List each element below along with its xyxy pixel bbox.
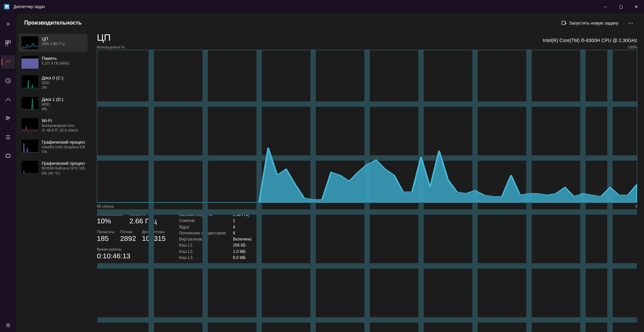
titlebar: 📊 Диспетчер задач ─ ▢ ✕ — [0, 0, 644, 13]
resource-sub1: Беспроводная сеть — [42, 123, 78, 128]
resource-sub2: О: 40.0 П: 32.0 кбит/с — [42, 128, 78, 133]
nav-services[interactable] — [1, 149, 15, 163]
resource-item-2[interactable]: Диск 0 (C:)SSD2% — [19, 73, 87, 93]
resource-item-4[interactable]: Wi-FiБеспроводная сетьО: 40.0 П: 32.0 кб… — [19, 115, 87, 136]
maximize-button[interactable]: ▢ — [613, 0, 629, 13]
svg-rect-0 — [6, 41, 8, 43]
content-header: Производительность Запустить новую задач… — [16, 13, 644, 32]
resource-item-6[interactable]: Графический процессор 1NVIDIA GeForce GT… — [19, 158, 87, 178]
max-axis-label: 100% — [628, 45, 637, 49]
svg-rect-2 — [6, 43, 8, 46]
cpu-model: Intel(R) Core(TM) i5-8300H CPU @ 2.30GHz — [543, 38, 637, 43]
nav-rail: ≡ — [0, 13, 16, 332]
resource-sub2: 4% — [42, 107, 63, 111]
resource-sub2: 0% (42 °C) — [42, 171, 85, 176]
resource-sub1: Intel(R) UHD Graphics 630 — [42, 145, 85, 149]
resource-title: Wi-Fi — [42, 118, 78, 123]
resource-sub1: HDD — [42, 102, 63, 107]
resource-title: Диск 0 (C:) — [42, 75, 63, 80]
resource-sub1: NVIDIA GeForce GTX 1050 — [42, 166, 85, 171]
resource-title: Графический процессор 0 — [42, 140, 85, 145]
resource-sub1: SSD — [42, 80, 63, 85]
app-icon: 📊 — [4, 4, 9, 9]
chart-area — [97, 50, 637, 202]
detail-title: ЦП — [97, 32, 111, 43]
thumb-chart — [22, 140, 38, 152]
resource-item-0[interactable]: ЦП10% 2.66 ГГц — [19, 34, 87, 52]
close-button[interactable]: ✕ — [629, 0, 644, 13]
resource-item-5[interactable]: Графический процессор 0Intel(R) UHD Grap… — [19, 137, 87, 157]
nav-startup[interactable] — [1, 93, 15, 106]
minimize-button[interactable]: ─ — [598, 0, 613, 13]
resource-sub2: 1% — [42, 149, 85, 154]
settings-icon[interactable] — [1, 319, 15, 332]
svg-point-5 — [8, 117, 10, 118]
window-title: Диспетчер задач — [13, 4, 45, 9]
nav-history[interactable] — [1, 74, 15, 87]
thumb-chart — [22, 97, 38, 110]
hamburger-icon[interactable]: ≡ — [1, 17, 15, 31]
nav-users[interactable] — [1, 112, 15, 125]
resource-sub1: 10% 2.66 ГГц — [42, 41, 65, 46]
usage-axis-label: Используется % — [97, 45, 125, 49]
page-title: Производительность — [24, 20, 82, 26]
svg-point-9 — [7, 325, 9, 326]
thumb-chart — [22, 75, 38, 88]
window-controls: ─ ▢ ✕ — [598, 0, 644, 13]
resource-title: ЦП — [42, 36, 65, 41]
resource-title: Память — [42, 56, 69, 61]
detail-panel: ЦП Intel(R) Core(TM) i5-8300H CPU @ 2.30… — [90, 32, 644, 332]
svg-point-4 — [6, 117, 8, 118]
cpu-chart[interactable] — [97, 50, 637, 203]
thumb-chart — [22, 161, 38, 174]
resource-sub1: 5.2/7.9 ГБ (66%) — [42, 61, 69, 66]
more-button[interactable]: ⋯ — [625, 17, 636, 28]
resource-sub2: 2% — [42, 85, 63, 90]
resource-list: ЦП10% 2.66 ГГцПамять5.2/7.9 ГБ (66%)Диск… — [16, 32, 90, 332]
thumb-chart — [22, 118, 38, 131]
resource-title: Диск 1 (D:) — [42, 97, 63, 102]
resource-item-1[interactable]: Память5.2/7.9 ГБ (66%) — [19, 53, 87, 71]
nav-processes[interactable] — [1, 36, 15, 50]
nav-details[interactable] — [1, 131, 15, 144]
nav-performance[interactable] — [1, 55, 15, 69]
svg-rect-1 — [8, 41, 10, 43]
thumb-chart — [22, 56, 38, 69]
run-icon — [561, 20, 567, 26]
svg-rect-11 — [22, 59, 38, 69]
resource-item-3[interactable]: Диск 1 (D:)HDD4% — [19, 94, 87, 114]
thumb-chart — [22, 36, 38, 49]
resource-title: Графический процессор 1 — [42, 161, 85, 166]
new-task-button[interactable]: Запустить новую задачу — [557, 18, 622, 28]
new-task-label: Запустить новую задачу — [569, 21, 618, 26]
svg-rect-10 — [562, 21, 565, 25]
